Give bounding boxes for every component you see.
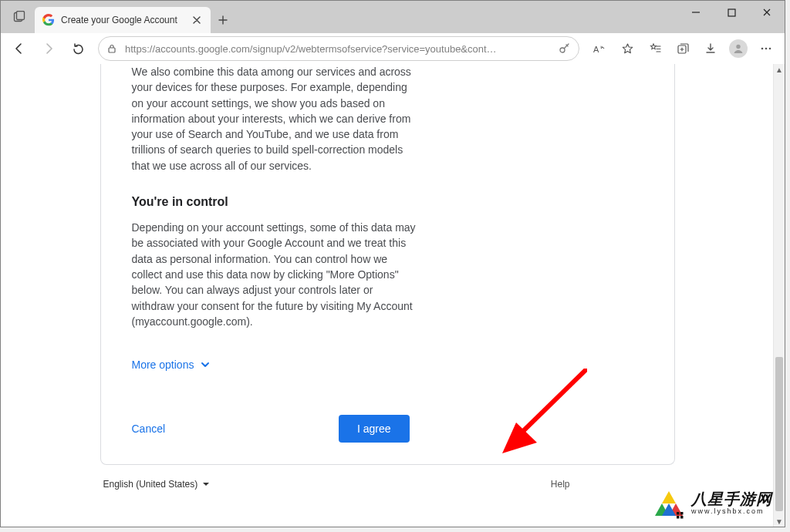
tab-title: Create your Google Account: [61, 15, 184, 25]
svg-text:A: A: [593, 45, 599, 54]
svg-rect-14: [680, 512, 684, 515]
titlebar: Create your Google Account: [1, 1, 785, 33]
google-favicon: [42, 14, 55, 26]
caret-down-icon: [202, 480, 210, 488]
settings-menu-icon[interactable]: [752, 36, 780, 61]
svg-rect-2: [728, 9, 735, 16]
favorites-list-icon[interactable]: [641, 36, 669, 61]
new-tab-button[interactable]: [211, 7, 235, 33]
forward-button: [35, 36, 62, 61]
svg-rect-1: [17, 12, 25, 20]
svg-point-9: [761, 48, 764, 50]
downloads-icon[interactable]: [697, 36, 724, 61]
close-window-button[interactable]: [749, 1, 785, 24]
watermark-url: www.lyshbx.com: [691, 508, 772, 515]
scroll-up-icon[interactable]: ▲: [774, 64, 785, 75]
annotation-arrow: [495, 369, 587, 461]
chevron-down-icon: [200, 359, 211, 370]
control-paragraph: Depending on your account settings, some…: [132, 220, 417, 329]
help-link[interactable]: Help: [551, 479, 570, 490]
svg-point-8: [736, 45, 740, 49]
svg-rect-16: [680, 516, 684, 519]
svg-rect-3: [109, 48, 115, 52]
window-controls: [678, 1, 785, 27]
profile-icon[interactable]: [724, 36, 752, 61]
in-control-heading: You're in control: [132, 195, 417, 209]
language-selector[interactable]: English (United States): [103, 479, 211, 490]
minimize-button[interactable]: [678, 1, 714, 24]
back-button[interactable]: [5, 36, 33, 61]
watermark-title: 八星手游网: [691, 491, 772, 507]
combine-data-paragraph: We also combine this data among our serv…: [132, 64, 417, 173]
page-footer: English (United States) Help Privacy Ter…: [100, 479, 675, 490]
watermark: 八星手游网 www.lyshbx.com: [653, 487, 772, 519]
refresh-button[interactable]: [64, 36, 92, 61]
browser-toolbar: https://accounts.google.com/signup/v2/we…: [1, 33, 785, 65]
scroll-thumb[interactable]: [775, 357, 783, 511]
svg-point-11: [769, 48, 771, 50]
tab-actions-icon[interactable]: [4, 1, 35, 33]
browser-window: Create your Google Account https://accou…: [0, 0, 785, 527]
watermark-logo-icon: [653, 487, 685, 519]
url-text: https://accounts.google.com/signup/v2/we…: [125, 43, 552, 55]
vertical-scrollbar[interactable]: ▲ ▼: [773, 64, 785, 527]
address-bar[interactable]: https://accounts.google.com/signup/v2/we…: [98, 36, 579, 61]
agree-button[interactable]: I agree: [339, 415, 410, 443]
signup-card: We also combine this data among our serv…: [100, 64, 675, 465]
favorite-icon[interactable]: [613, 36, 641, 61]
svg-point-10: [765, 48, 768, 50]
scroll-down-icon[interactable]: ▼: [774, 516, 785, 527]
collections-icon[interactable]: [669, 36, 697, 61]
credentials-icon[interactable]: [559, 42, 571, 55]
maximize-button[interactable]: [714, 1, 749, 24]
svg-rect-13: [677, 512, 680, 515]
read-aloud-icon[interactable]: A»: [586, 36, 613, 61]
language-label: English (United States): [103, 479, 198, 490]
tab-close-icon[interactable]: [191, 14, 203, 26]
more-options-label: More options: [132, 359, 194, 371]
more-options-toggle[interactable]: More options: [132, 359, 211, 371]
lock-icon: [106, 43, 117, 54]
page-viewport: We also combine this data among our serv…: [1, 64, 785, 527]
svg-rect-15: [677, 516, 680, 519]
svg-marker-12: [502, 423, 537, 453]
browser-tab[interactable]: Create your Google Account: [35, 7, 211, 33]
cancel-button[interactable]: Cancel: [132, 423, 166, 435]
action-row: Cancel I agree: [132, 415, 410, 443]
